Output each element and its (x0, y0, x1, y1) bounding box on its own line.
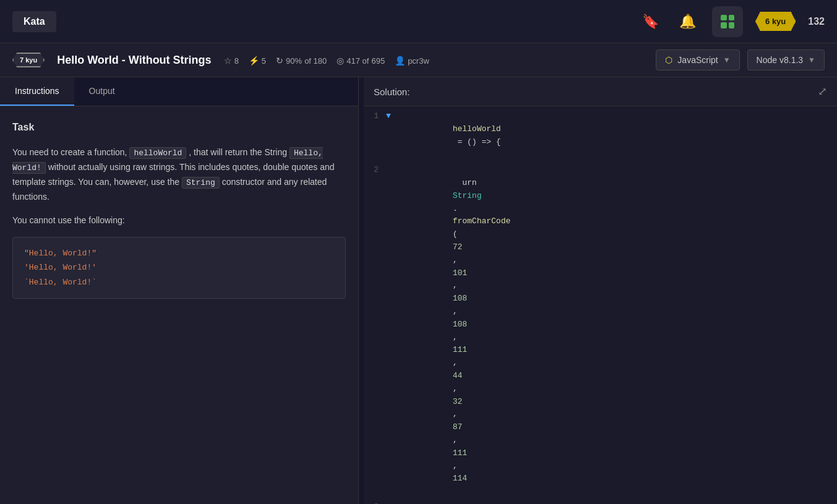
author-icon: 👤 (395, 56, 405, 66)
language-selectors: ⬡ JavaScript ▼ Node v8.1.3 ▼ (656, 49, 825, 70)
completion-icon: ↻ (276, 56, 283, 66)
string-constructor-code: String (182, 177, 220, 189)
solution-title: Solution: (374, 87, 410, 97)
nav-left: Kata (12, 11, 56, 32)
grid-icon-box[interactable] (712, 6, 743, 37)
kata-info-bar: 7 kyu Hello World - Without Strings ☆ 8 … (0, 43, 837, 77)
kata-kyu-badge: 7 kyu (12, 53, 45, 67)
tab-output[interactable]: Output (74, 77, 130, 106)
solution-section: Solution: ⤢ 1 ▼ helloWorld = () => { 2 (364, 77, 837, 504)
func-name-code: helloWorld (129, 147, 186, 159)
panel-divider (359, 77, 364, 504)
solution-header: Solution: ⤢ (364, 77, 837, 106)
left-panel: Instructions Output Task You need to cre… (0, 77, 359, 504)
tab-instructions[interactable]: Instructions (0, 77, 74, 106)
solution-editor[interactable]: 1 ▼ helloWorld = () => { 2 urn String . … (364, 106, 837, 504)
views-icon: ◎ (337, 56, 344, 66)
solution-expand-button[interactable]: ⤢ (818, 85, 827, 98)
bookmark-button[interactable]: 🔖 (638, 9, 663, 34)
user-kyu-badge: 6 kyu (755, 12, 796, 31)
instructions-paragraph2: You cannot use the following: (12, 213, 346, 228)
bell-icon: 🔔 (679, 14, 696, 30)
kata-meta: ☆ 8 ⚡ 5 ↻ 90% of 180 ◎ 417 of 695 👤 pcr3… (224, 56, 429, 66)
chevron-down-icon: ▼ (723, 56, 731, 64)
forbidden-string-1: "Hello, World!" (24, 246, 334, 260)
forbidden-string-3: `Hello, World!` (24, 275, 334, 289)
bell-button[interactable]: 🔔 (675, 9, 700, 34)
top-navigation: Kata 🔖 🔔 6 kyu 132 (0, 0, 837, 43)
code-line-3: 3 (364, 500, 837, 504)
user-score: 132 (808, 16, 825, 27)
code-line-2: 2 urn String . fromCharCode ( 72 , 101 ,… (364, 163, 837, 500)
kata-completion: ↻ 90% of 180 (276, 56, 327, 66)
fork-icon: ⚡ (249, 56, 259, 66)
instructions-content: Task You need to create a function, hell… (0, 106, 358, 504)
main-content: Instructions Output Task You need to cre… (0, 77, 837, 504)
star-icon: ☆ (224, 56, 232, 66)
forbidden-string-2: 'Hello, World!' (24, 260, 334, 275)
right-panel: Solution: ⤢ 1 ▼ helloWorld = () => { 2 (364, 77, 837, 504)
chevron-down-icon: ▼ (808, 56, 815, 64)
kata-stars: ☆ 8 (224, 56, 239, 66)
tabs-bar: Instructions Output (0, 77, 358, 106)
grid-icon (721, 15, 734, 28)
task-heading: Task (12, 119, 346, 135)
kata-logo[interactable]: Kata (12, 11, 56, 32)
kata-title: Hello World - Without Strings (57, 54, 211, 67)
language-selector[interactable]: ⬡ JavaScript ▼ (656, 49, 739, 70)
forbidden-strings-block: "Hello, World!" 'Hello, World!' `Hello, … (12, 237, 346, 299)
kata-author: 👤 pcr3w (395, 56, 429, 66)
runtime-selector[interactable]: Node v8.1.3 ▼ (747, 49, 825, 70)
kata-views: ◎ 417 of 695 (337, 56, 385, 66)
nav-right: 🔖 🔔 6 kyu 132 (638, 6, 825, 37)
kata-forks: ⚡ 5 (249, 56, 266, 66)
instructions-paragraph1: You need to create a function, helloWorl… (12, 145, 346, 205)
js-icon: ⬡ (665, 55, 672, 65)
bookmark-icon: 🔖 (642, 14, 659, 30)
code-line-1: 1 ▼ helloWorld = () => { (364, 109, 837, 163)
